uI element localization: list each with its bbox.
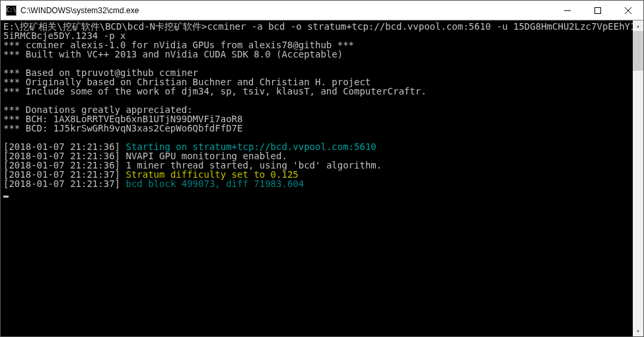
log-line: [2018-01-07 21:21:37] Stratum difficulty… <box>3 170 641 179</box>
window-controls <box>552 1 643 20</box>
banner-line: *** Originally based on Christian Buchne… <box>3 77 641 87</box>
banner-line: *** BCH: 1AX8LoRRTVEqb6xnB1UTjN99DMVFi7a… <box>3 114 641 124</box>
blank-line <box>3 133 641 142</box>
log-line: [2018-01-07 21:21:36] 1 miner thread sta… <box>3 161 641 170</box>
prompt-line: E:\挖矿相关\挖矿软件\BCD\bcd-N卡挖矿软件>ccminer -a b… <box>3 22 641 40</box>
minimize-button[interactable] <box>552 1 583 20</box>
titlebar[interactable]: C:\ C:\WINDOWS\system32\cmd.exe <box>1 1 643 20</box>
vertical-scrollbar[interactable]: ▴ ▾ <box>633 20 643 336</box>
log-message: bcd block 499073, diff 71983.604 <box>125 178 304 189</box>
banner-line: *** Based on tpruvot@github ccminer <box>3 68 641 77</box>
close-button[interactable] <box>613 1 643 20</box>
scroll-up-button[interactable]: ▴ <box>633 20 643 31</box>
banner-line: *** Include some of the work of djm34, s… <box>3 87 641 96</box>
scroll-down-button[interactable]: ▾ <box>633 326 643 336</box>
banner-line: *** Donations greatly appreciated: <box>3 105 641 114</box>
banner-line: *** Built with VC++ 2013 and nVidia CUDA… <box>3 50 641 59</box>
log-line: [2018-01-07 21:21:36] Starting on stratu… <box>3 142 641 151</box>
cmd-icon: C:\ <box>6 5 17 16</box>
window-title: C:\WINDOWS\system32\cmd.exe <box>20 6 552 15</box>
blank-line <box>3 59 641 68</box>
scrollbar-thumb[interactable] <box>633 31 643 71</box>
svg-rect-1 <box>595 7 601 13</box>
banner-line: *** ccminer alexis-1.0 for nVidia GPUs f… <box>3 40 641 50</box>
blank-line <box>3 96 641 105</box>
cmd-window: C:\ C:\WINDOWS\system32\cmd.exe E:\挖矿相关\… <box>0 0 644 337</box>
cursor-icon <box>3 196 9 198</box>
log-line: [2018-01-07 21:21:37] bcd block 499073, … <box>3 179 641 188</box>
cursor-line <box>3 188 641 198</box>
terminal-output[interactable]: E:\挖矿相关\挖矿软件\BCD\bcd-N卡挖矿软件>ccminer -a b… <box>1 20 643 336</box>
log-line: [2018-01-07 21:21:36] NVAPI GPU monitori… <box>3 151 641 161</box>
banner-line: *** BCD: 1J5krSwGRh9vqN3xas2CepWo6QbfdFf… <box>3 124 641 133</box>
maximize-button[interactable] <box>583 1 613 20</box>
log-timestamp: [2018-01-07 21:21:37] <box>3 178 120 189</box>
